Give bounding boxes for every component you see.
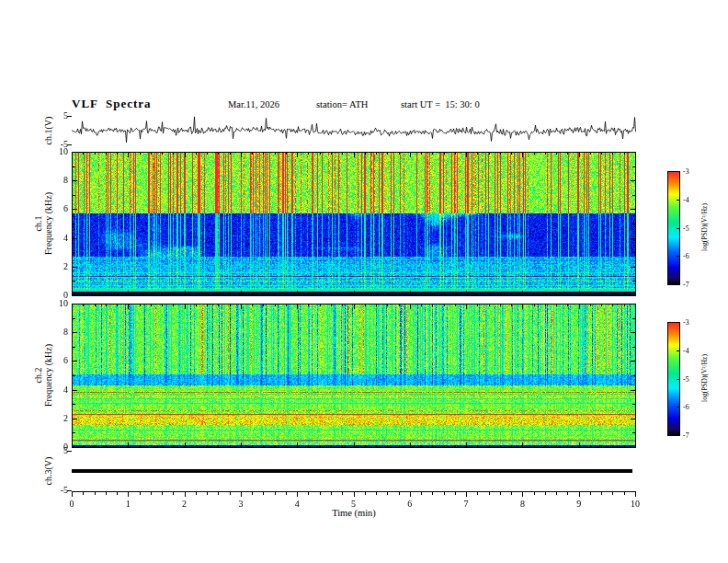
ch2-y-tick-label: 4 bbox=[40, 385, 68, 396]
ch2-y-tick-label: 6 bbox=[40, 355, 68, 366]
colorbar2-tick-label: -6 bbox=[683, 403, 700, 411]
x-tick-label: 4 bbox=[288, 499, 306, 510]
ch2-y-tick-label: 2 bbox=[40, 413, 68, 424]
x-tick-label: 7 bbox=[457, 499, 475, 510]
ch1-y-tick-label: 6 bbox=[40, 203, 68, 214]
ch2-y-tick-label: 8 bbox=[40, 327, 68, 338]
ch1-y-tick-label: 4 bbox=[40, 233, 68, 244]
x-tick-label: 0 bbox=[63, 499, 81, 510]
x-tick-label: 8 bbox=[513, 499, 531, 510]
x-tick-label: 5 bbox=[345, 499, 363, 510]
ch2-y-tick-label: 10 bbox=[40, 298, 68, 309]
x-tick-label: 1 bbox=[119, 499, 137, 510]
ch1-y-tick-label: 2 bbox=[40, 261, 68, 272]
ch3v-y-tick-label: -5 bbox=[40, 485, 68, 496]
tick-labels-layer: 012345678910024681002468105-55-5-3-4-5-6… bbox=[0, 0, 728, 563]
ch1-y-tick-label: 8 bbox=[40, 175, 68, 186]
x-tick-label: 10 bbox=[626, 499, 644, 510]
colorbar1-tick-label: -6 bbox=[683, 252, 700, 260]
x-tick-label: 3 bbox=[232, 499, 250, 510]
vlf-spectra-figure: VLF Spectra Mar.11, 2026 station= ATH st… bbox=[0, 0, 728, 563]
ch1v-y-tick-label: -5 bbox=[40, 139, 68, 150]
colorbar2-tick-label: -3 bbox=[683, 318, 700, 327]
ch1v-y-tick-label: 5 bbox=[40, 110, 68, 121]
colorbar1-tick-label: -3 bbox=[683, 167, 700, 176]
x-tick-label: 6 bbox=[401, 499, 419, 510]
ch3v-y-tick-label: 5 bbox=[40, 445, 68, 456]
x-tick-label: 9 bbox=[570, 499, 588, 510]
colorbar2-tick-label: -7 bbox=[683, 431, 700, 440]
colorbar1-tick-label: -7 bbox=[683, 281, 700, 289]
colorbar1-tick-label: -4 bbox=[683, 196, 700, 204]
colorbar2-tick-label: -4 bbox=[683, 347, 700, 355]
colorbar2-tick-label: -5 bbox=[683, 375, 700, 384]
x-tick-label: 2 bbox=[176, 499, 194, 510]
colorbar1-tick-label: -5 bbox=[683, 224, 700, 233]
